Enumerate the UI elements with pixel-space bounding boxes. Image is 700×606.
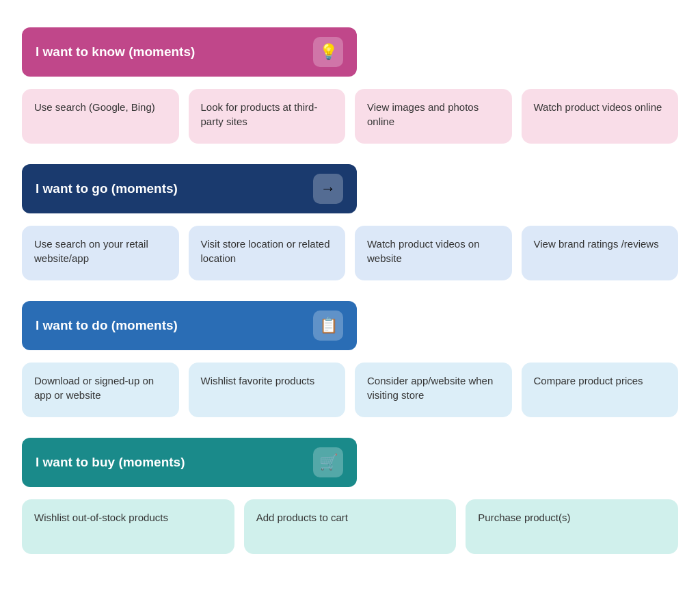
cards-row-go: Use search on your retail website/appVis… [22,226,678,280]
card-go-3: View brand ratings /reviews [522,226,679,280]
header-go: I want to go (moments)→ [22,164,357,213]
card-do-3: Compare product prices [522,363,679,417]
section-know: I want to know (moments)💡Use search (Goo… [22,27,678,144]
card-know-3: Watch product videos online [522,89,679,144]
header-know: I want to know (moments)💡 [22,27,357,77]
header-icon-do: 📋 [313,311,343,341]
section-buy: I want to buy (moments)🛒Wishlist out-of-… [22,438,678,554]
header-label-know: I want to know (moments) [36,44,306,60]
header-icon-know: 💡 [313,37,343,67]
card-know-1: Look for products at third-party sites [189,89,346,144]
card-do-2: Consider app/website when visiting store [355,363,512,417]
cards-row-know: Use search (Google, Bing)Look for produc… [22,89,678,144]
card-do-1: Wishlist favorite products [189,363,346,417]
diagram: I want to know (moments)💡Use search (Goo… [15,14,685,588]
header-do: I want to do (moments)📋 [22,301,357,350]
section-do: I want to do (moments)📋Download or signe… [22,301,678,417]
header-label-go: I want to go (moments) [36,181,306,196]
section-go: I want to go (moments)→Use search on you… [22,164,678,280]
header-label-buy: I want to buy (moments) [36,455,306,470]
card-buy-1: Add products to cart [244,499,457,554]
header-buy: I want to buy (moments)🛒 [22,438,357,487]
cards-row-buy: Wishlist out-of-stock productsAdd produc… [22,499,678,554]
header-label-do: I want to do (moments) [36,318,306,333]
cards-row-do: Download or signed-up on app or websiteW… [22,363,678,417]
card-buy-0: Wishlist out-of-stock products [22,499,234,554]
card-go-0: Use search on your retail website/app [22,226,179,280]
header-icon-go: → [313,174,343,204]
card-buy-2: Purchase product(s) [466,499,678,554]
header-icon-buy: 🛒 [313,447,343,477]
card-know-0: Use search (Google, Bing) [22,89,179,144]
card-know-2: View images and photos online [355,89,512,144]
card-go-1: Visit store location or related location [189,226,346,280]
card-do-0: Download or signed-up on app or website [22,363,179,417]
card-go-2: Watch product videos on website [355,226,512,280]
